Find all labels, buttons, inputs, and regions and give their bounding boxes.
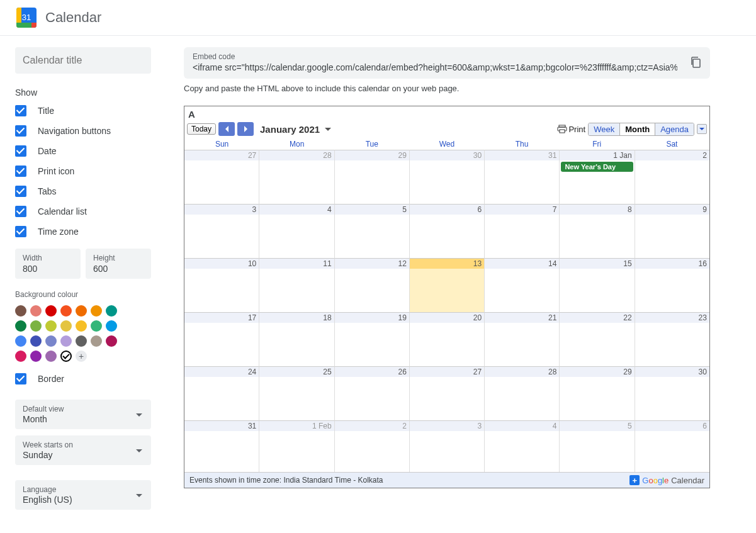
select-2[interactable]: LanguageEnglish (US) (15, 480, 151, 510)
color-swatch[interactable] (76, 335, 87, 347)
day-cell[interactable]: 1 Feb (259, 420, 334, 472)
show-opt-1[interactable]: Navigation buttons (15, 125, 151, 137)
color-swatch[interactable] (15, 305, 26, 317)
color-swatch[interactable] (15, 351, 26, 362)
day-cell[interactable]: 4 (259, 204, 334, 258)
copy-icon[interactable] (690, 56, 701, 69)
today-button[interactable]: Today (187, 123, 216, 135)
color-swatch[interactable] (15, 320, 26, 332)
day-cell[interactable]: 14 (485, 258, 560, 312)
print-button[interactable]: Print (557, 124, 585, 134)
day-cell[interactable]: 1 JanNew Year's Day (560, 150, 635, 204)
color-swatch[interactable] (60, 320, 72, 332)
day-cell[interactable]: 10 (184, 258, 259, 312)
day-cell[interactable]: 12 (335, 258, 410, 312)
tab-month[interactable]: Month (620, 123, 655, 135)
color-swatch-selected[interactable] (60, 351, 72, 362)
day-cell[interactable]: 13 (410, 258, 485, 312)
show-opt-6[interactable]: Time zone (15, 226, 151, 237)
show-opt-2[interactable]: Date (15, 145, 151, 157)
next-button[interactable] (237, 122, 254, 136)
color-swatch[interactable] (15, 335, 26, 347)
height-input[interactable]: Height600 (86, 249, 151, 279)
day-cell[interactable]: 2 (335, 420, 410, 472)
day-cell[interactable]: 27 (410, 366, 485, 420)
day-cell[interactable]: 21 (485, 312, 560, 366)
day-cell[interactable]: 25 (259, 366, 334, 420)
day-cell[interactable]: 28 (259, 150, 334, 204)
day-cell[interactable]: 26 (335, 366, 410, 420)
day-cell[interactable]: 9 (635, 204, 709, 258)
color-swatch[interactable] (76, 305, 87, 317)
tab-week[interactable]: Week (589, 123, 620, 135)
day-cell[interactable]: 31 (485, 150, 560, 204)
color-swatch[interactable] (91, 320, 102, 332)
agenda-dropdown-icon[interactable] (697, 124, 707, 134)
day-cell[interactable]: 28 (485, 366, 560, 420)
color-swatch[interactable] (45, 335, 57, 347)
color-swatch[interactable] (106, 320, 117, 332)
day-cell[interactable]: 24 (184, 366, 259, 420)
day-cell[interactable]: 19 (335, 312, 410, 366)
color-swatch[interactable] (60, 305, 72, 317)
day-cell[interactable]: 3 (184, 204, 259, 258)
color-swatch[interactable] (30, 335, 42, 347)
day-cell[interactable]: 30 (635, 366, 709, 420)
show-opt-0[interactable]: Title (15, 105, 151, 116)
day-cell[interactable]: 6 (410, 204, 485, 258)
day-cell[interactable]: 5 (560, 420, 635, 472)
day-cell[interactable]: 31 (184, 420, 259, 472)
select-1[interactable]: Week starts onSunday (15, 435, 151, 465)
day-cell[interactable]: 3 (410, 420, 485, 472)
color-add-button[interactable]: + (76, 351, 87, 362)
day-cell[interactable]: 2 (635, 150, 709, 204)
day-cell[interactable]: 23 (635, 312, 709, 366)
day-cell[interactable]: 6 (635, 420, 709, 472)
show-heading: Show (15, 87, 151, 98)
show-opt-5[interactable]: Calendar list (15, 206, 151, 217)
month-dropdown-icon[interactable] (325, 128, 331, 134)
day-cell[interactable]: 18 (259, 312, 334, 366)
day-cell[interactable]: 30 (410, 150, 485, 204)
color-swatch[interactable] (45, 305, 57, 317)
color-swatch[interactable] (30, 305, 42, 317)
day-cell[interactable]: 11 (259, 258, 334, 312)
day-cell[interactable]: 7 (485, 204, 560, 258)
day-cell[interactable]: 16 (635, 258, 709, 312)
select-0[interactable]: Default viewMonth (15, 400, 151, 429)
day-cell[interactable]: 15 (560, 258, 635, 312)
day-cell[interactable]: 8 (560, 204, 635, 258)
day-cell[interactable]: 20 (410, 312, 485, 366)
show-opt-4[interactable]: Tabs (15, 186, 151, 197)
border-checkbox[interactable]: Border (15, 373, 151, 384)
color-swatch[interactable] (91, 335, 102, 347)
bg-color-label: Background colour (15, 290, 151, 299)
width-input[interactable]: Width800 (15, 249, 81, 279)
color-swatch[interactable] (106, 305, 117, 317)
day-cell[interactable]: 29 (560, 366, 635, 420)
color-swatch[interactable] (30, 320, 42, 332)
day-cell[interactable]: 22 (560, 312, 635, 366)
color-swatch[interactable] (106, 335, 117, 347)
day-cell[interactable]: 27 (184, 150, 259, 204)
checkbox-icon (15, 206, 26, 217)
color-swatch[interactable] (60, 335, 72, 347)
google-calendar-link[interactable]: + Google Calendar (629, 475, 704, 485)
checkbox-icon (15, 226, 26, 237)
event[interactable]: New Year's Day (561, 162, 633, 172)
embed-code-text[interactable]: <iframe src="https://calendar.google.com… (193, 62, 677, 72)
day-cell[interactable]: 17 (184, 312, 259, 366)
tab-agenda[interactable]: Agenda (655, 123, 694, 135)
day-cell[interactable]: 29 (335, 150, 410, 204)
color-swatch[interactable] (91, 305, 102, 317)
calendar-title-input[interactable] (15, 47, 151, 74)
day-cell[interactable]: 5 (335, 204, 410, 258)
show-opt-3[interactable]: Print icon (15, 166, 151, 177)
color-swatch[interactable] (45, 320, 57, 332)
view-tabs: Week Month Agenda (588, 123, 694, 136)
color-swatch[interactable] (45, 351, 57, 362)
color-swatch[interactable] (30, 351, 42, 362)
prev-button[interactable] (218, 122, 235, 136)
color-swatch[interactable] (76, 320, 87, 332)
day-cell[interactable]: 4 (485, 420, 560, 472)
